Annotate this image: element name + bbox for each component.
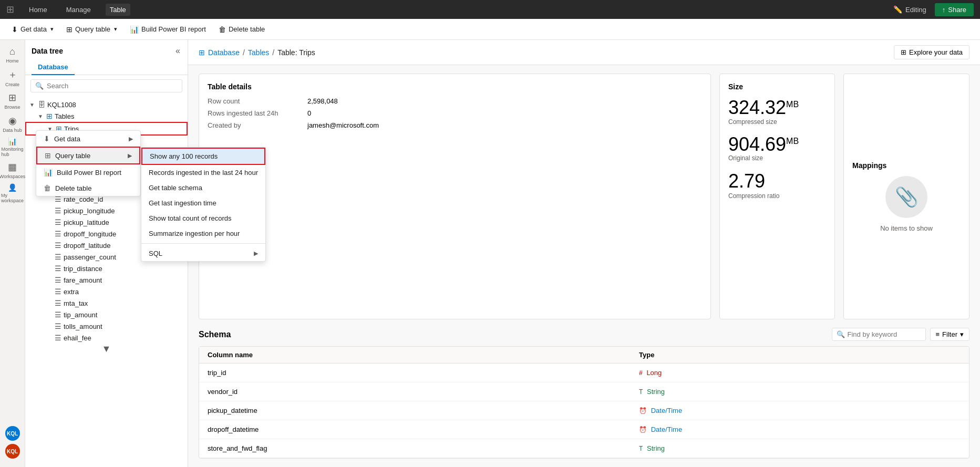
table-details-card: Table details Row count 2,598,048 Rows i…: [199, 74, 711, 319]
editing-button[interactable]: ✏️ Editing: [889, 3, 931, 16]
col-type-trip_id: # Long: [631, 364, 969, 382]
submenu-last-ingestion[interactable]: Get last ingestion time: [141, 195, 188, 211]
compressed-size-label: Compressed size: [728, 118, 826, 126]
col-name-trip_id: trip_id: [199, 364, 631, 382]
tree-item-trip_distance[interactable]: ☰ trip_distance: [25, 263, 188, 274]
query-table-button[interactable]: ⊞ Query table: [61, 23, 122, 36]
search-input[interactable]: [47, 82, 178, 90]
query-table-cm-icon: ⊞: [45, 151, 51, 160]
schema-controls: 🔍 ≡ Filter ▾: [832, 328, 969, 341]
nav-workspaces-icon[interactable]: ▦ Workspaces: [2, 160, 23, 181]
table-row: pickup_datetime ⏰ Date/Time: [199, 401, 969, 420]
breadcrumb-sep-1: /: [243, 48, 245, 57]
tree-item-fare_amount[interactable]: ☰ fare_amount: [25, 274, 188, 286]
tab-database[interactable]: Database: [32, 60, 75, 75]
build-report-cm-icon: 📊: [44, 168, 53, 177]
row-count-label: Row count: [208, 97, 292, 105]
search-box: 🔍: [30, 79, 182, 92]
explore-icon: ⊞: [901, 48, 906, 56]
tree-item-ehail_fee[interactable]: ☰ ehail_fee: [25, 332, 188, 344]
share-button[interactable]: ↑ Share: [935, 3, 974, 16]
breadcrumb: ⊞ Database / Tables / Table: Trips: [199, 48, 315, 57]
data-tree-title: Data tree: [32, 47, 63, 55]
submenu-records-24h[interactable]: Records ingested in the last 24 hour: [141, 165, 188, 180]
get-data-icon: ⬇: [12, 25, 18, 34]
rows-ingested-label: Rows ingested last 24h: [208, 109, 292, 117]
nav-manage[interactable]: Manage: [62, 4, 95, 16]
tree-item-tolls_amount[interactable]: ☰ tolls_amount: [25, 320, 188, 332]
nav-myworkspace-icon[interactable]: 👤 My workspace: [2, 183, 23, 204]
context-delete-table[interactable]: 🗑 Delete table: [36, 180, 140, 196]
tree-item-tip_amount[interactable]: ☰ tip_amount: [25, 309, 188, 320]
context-query-table[interactable]: ⊞ Query table ▶: [36, 147, 140, 164]
nav-monitoring-icon[interactable]: 📊 Monitoring hub: [2, 137, 23, 158]
get-data-button[interactable]: ⬇ Get data: [6, 23, 59, 36]
filter-button[interactable]: ≡ Filter ▾: [930, 328, 969, 341]
context-build-report[interactable]: 📊 Build Power BI report: [36, 164, 140, 180]
query-table-icon: ⊞: [66, 25, 73, 34]
schema-table: Column name Type trip_id # Long vendor_i…: [199, 346, 969, 459]
size-card-title: Size: [728, 82, 826, 91]
table-row: dropoff_datetime ⏰ Date/Time: [199, 420, 969, 439]
submenu-arrow-0: ▶: [129, 136, 133, 142]
nav-datahub-icon[interactable]: ◉ Data hub: [2, 113, 23, 134]
tree-item-mta_tax[interactable]: ☰ mta_tax: [25, 297, 188, 309]
build-report-button[interactable]: 📊 Build Power BI report: [125, 23, 211, 36]
col-type-pickup_datetime: ⏰ Date/Time: [631, 401, 969, 420]
kql-badge-2[interactable]: KQL: [5, 444, 20, 459]
edit-icon: ✏️: [893, 5, 902, 14]
left-navigation: ⌂ Home ＋ Create ⊞ Browse ◉ Data hub 📊 Mo…: [0, 40, 25, 467]
tree-item-extra[interactable]: ☰ extra: [25, 286, 188, 297]
table-row: trip_id # Long: [199, 364, 969, 382]
scroll-indicator: ▼: [25, 344, 188, 355]
breadcrumb-tables[interactable]: Tables: [248, 48, 269, 57]
tree-item-tables[interactable]: ▼ ⊞ Tables: [25, 110, 188, 122]
content-area: Table details Row count 2,598,048 Rows i…: [188, 65, 980, 328]
size-card: Size 324.32MB Compressed size 904.69MB O…: [719, 74, 835, 319]
nav-home-icon[interactable]: ⌂ Home: [2, 44, 23, 65]
main-content: ⊞ Database / Tables / Table: Trips ⊞ Exp…: [188, 40, 980, 467]
delete-table-cm-icon: 🗑: [44, 184, 51, 192]
context-menu: ⬇ Get data ▶ ⊞ Query table ▶ 📊 Build Pow…: [36, 130, 141, 196]
submenu-show-100[interactable]: Show any 100 records: [141, 148, 188, 165]
explore-data-button[interactable]: ⊞ Explore your data: [894, 45, 969, 59]
build-report-icon: 📊: [130, 25, 139, 34]
table-row: vendor_id T String: [199, 382, 969, 401]
collapse-panel-button[interactable]: «: [174, 45, 181, 57]
row-count-value: 2,598,048: [307, 97, 338, 105]
kql-badge-1[interactable]: KQL: [5, 426, 20, 441]
schema-title: Schema: [199, 330, 231, 339]
created-by-value: jamesh@microsoft.com: [307, 121, 379, 129]
submenu-table-schema[interactable]: Get table schema: [141, 180, 188, 195]
type-header: Type: [631, 347, 969, 364]
clip-icon: 📎: [885, 176, 927, 218]
filter-chevron-icon: ▾: [960, 330, 964, 338]
tree-item-kql1008[interactable]: ▼ 🗄 KQL1008: [25, 99, 188, 110]
mappings-title: Mappings: [852, 161, 886, 170]
nav-create-icon[interactable]: ＋ Create: [2, 67, 23, 88]
column-name-header: Column name: [199, 347, 631, 364]
mappings-card: Mappings 📎 No items to show: [843, 74, 969, 319]
nav-browse-icon[interactable]: ⊞ Browse: [2, 90, 23, 111]
context-get-data[interactable]: ⬇ Get data ▶: [36, 131, 140, 147]
submenu-summarize[interactable]: Summarize ingestion per hour: [141, 226, 188, 241]
col-name-store_and_fwd_flag: store_and_fwd_flag: [199, 439, 631, 458]
submenu-divider: [141, 243, 188, 244]
keyword-search-input[interactable]: [848, 330, 921, 338]
nav-table[interactable]: Table: [106, 4, 130, 16]
col-type-vendor_id: T String: [631, 382, 969, 401]
breadcrumb-bar: ⊞ Database / Tables / Table: Trips ⊞ Exp…: [188, 40, 980, 65]
breadcrumb-database[interactable]: Database: [208, 48, 240, 57]
delete-table-button[interactable]: 🗑 Delete table: [213, 23, 270, 36]
no-items-text: No items to show: [880, 224, 933, 232]
share-icon: ↑: [942, 6, 946, 14]
search-icon: 🔍: [35, 82, 44, 90]
col-name-pickup_datetime: pickup_datetime: [199, 401, 631, 420]
data-tree-tabs: Database: [25, 60, 188, 75]
col-type-dropoff_datetime: ⏰ Date/Time: [631, 420, 969, 439]
nav-home[interactable]: Home: [25, 4, 51, 16]
compression-ratio-label: Compression ratio: [728, 192, 826, 200]
submenu-total-count[interactable]: Show total count of records: [141, 211, 188, 226]
submenu-sql[interactable]: SQL ▶: [141, 246, 188, 261]
expand-kql1008: ▼: [29, 102, 35, 108]
